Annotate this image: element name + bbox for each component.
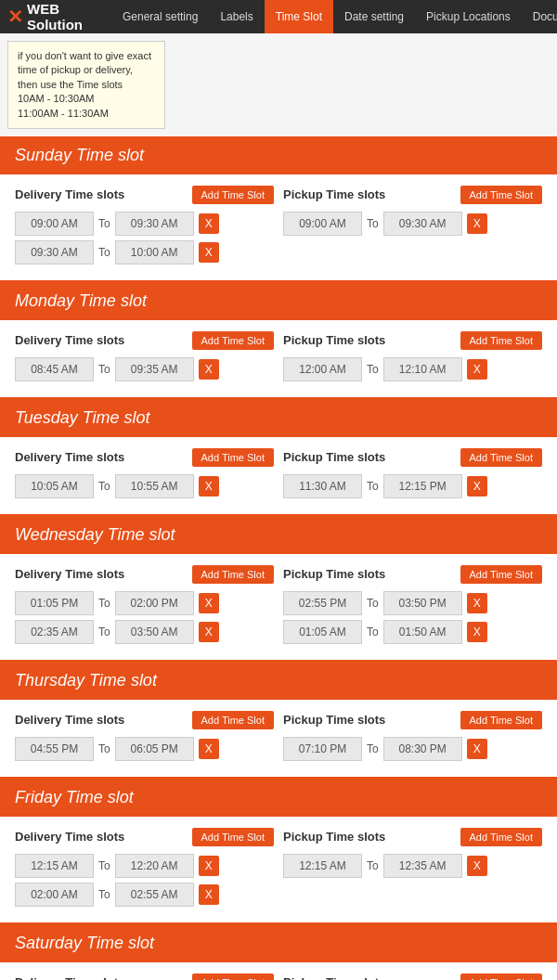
pickup-col: Pickup Time slotsAdd Time Slot02:55 PMTo… [283,565,542,649]
doc-link[interactable]: Documentation [522,10,557,23]
add-time-slot-button[interactable]: Add Time Slot [460,974,542,980]
to-time[interactable]: 09:30 AM [115,212,194,236]
remove-slot-button[interactable]: X [199,213,219,234]
to-time[interactable]: 12:10 AM [383,357,462,381]
from-time[interactable]: 01:05 AM [283,620,362,644]
remove-slot-button[interactable]: X [199,593,219,613]
remove-slot-button[interactable]: X [467,622,487,642]
to-time[interactable]: 09:30 AM [383,212,462,236]
day-body: Delivery Time slotsAdd Time Slot04:55 PM… [0,700,557,777]
remove-slot-button[interactable]: X [199,359,219,380]
from-time[interactable]: 07:10 PM [283,737,362,761]
to-time[interactable]: 09:35 AM [115,357,194,381]
remove-slot-button[interactable]: X [467,593,487,613]
time-row: 09:30 AMTo10:00 AMX [15,240,274,264]
to-time[interactable]: 02:00 PM [115,591,194,615]
to-label: To [367,480,379,493]
nav-tab[interactable]: Labels [209,0,264,33]
to-time[interactable]: 01:50 AM [383,620,462,644]
remove-slot-button[interactable]: X [199,856,219,876]
nav-tab[interactable]: General setting [111,0,209,33]
remove-slot-button[interactable]: X [467,213,487,234]
delivery-col-header: Delivery Time slotsAdd Time Slot [15,331,274,350]
nav-tab[interactable]: Time Slot [265,0,333,33]
day-header: Wednesday Time slot [0,516,557,554]
from-time[interactable]: 10:05 AM [15,474,94,498]
add-time-slot-button[interactable]: Add Time Slot [192,448,274,467]
from-time[interactable]: 04:55 PM [15,737,94,761]
to-time[interactable]: 02:55 AM [115,883,194,907]
slots-row: Delivery Time slotsAdd Time Slot10:05 AM… [15,448,542,503]
add-time-slot-button[interactable]: Add Time Slot [192,331,274,350]
logo-icon: ✕ [7,6,23,28]
slots-row: Delivery Time slotsAdd Time Slot04:55 PM… [15,711,542,766]
add-time-slot-button[interactable]: Add Time Slot [460,828,542,846]
nav-tab[interactable]: Date setting [333,0,415,33]
remove-slot-button[interactable]: X [467,739,487,759]
to-time[interactable]: 12:15 PM [383,474,462,498]
from-time[interactable]: 02:00 AM [15,883,94,907]
day-section: Thursday Time slotDelivery Time slotsAdd… [0,662,557,779]
from-time[interactable]: 02:55 PM [283,591,362,615]
from-time[interactable]: 11:30 AM [283,474,362,498]
remove-slot-button[interactable]: X [199,884,219,905]
time-row: 08:45 AMTo09:35 AMX [15,357,274,381]
delivery-col-header: Delivery Time slotsAdd Time Slot [15,711,274,729]
from-time[interactable]: 12:15 AM [15,854,94,878]
to-label: To [98,625,110,638]
delivery-col-header: Delivery Time slotsAdd Time Slot [15,828,274,846]
delivery-col: Delivery Time slotsAdd Time Slot [15,974,274,980]
from-time[interactable]: 01:05 PM [15,591,94,615]
from-time[interactable]: 09:00 AM [283,212,362,236]
from-time[interactable]: 08:45 AM [15,357,94,381]
to-time[interactable]: 10:00 AM [115,240,194,264]
add-time-slot-button[interactable]: Add Time Slot [192,974,274,980]
time-row: 02:55 PMTo03:50 PMX [283,591,542,615]
pickup-col-header: Pickup Time slotsAdd Time Slot [283,828,542,846]
add-time-slot-button[interactable]: Add Time Slot [192,711,274,729]
add-time-slot-button[interactable]: Add Time Slot [460,711,542,729]
to-time[interactable]: 03:50 AM [115,620,194,644]
to-time[interactable]: 06:05 PM [115,737,194,761]
remove-slot-button[interactable]: X [467,359,487,380]
from-time[interactable]: 12:15 AM [283,854,362,878]
time-row: 12:15 AMTo12:35 AMX [283,854,542,878]
pickup-col-header: Pickup Time slotsAdd Time Slot [283,974,542,980]
add-time-slot-button[interactable]: Add Time Slot [460,448,542,467]
delivery-col-header: Delivery Time slotsAdd Time Slot [15,186,274,204]
remove-slot-button[interactable]: X [467,856,487,876]
pickup-col: Pickup Time slotsAdd Time Slot11:30 AMTo… [283,448,542,503]
time-row: 09:00 AMTo09:30 AMX [15,212,274,236]
from-time[interactable]: 12:00 AM [283,357,362,381]
to-time[interactable]: 12:20 AM [115,854,194,878]
from-time[interactable]: 09:30 AM [15,240,94,264]
pickup-col: Pickup Time slotsAdd Time Slot12:00 AMTo… [283,331,542,386]
add-time-slot-button[interactable]: Add Time Slot [460,186,542,204]
add-time-slot-button[interactable]: Add Time Slot [192,828,274,846]
to-label: To [367,625,379,638]
to-time[interactable]: 10:55 AM [115,474,194,498]
remove-slot-button[interactable]: X [199,242,219,263]
from-time[interactable]: 09:00 AM [15,212,94,236]
day-body: Delivery Time slotsAdd Time Slot01:05 PM… [0,554,557,660]
delivery-col-header: Delivery Time slotsAdd Time Slot [15,565,274,584]
to-label: To [98,859,110,872]
remove-slot-button[interactable]: X [199,476,219,496]
remove-slot-button[interactable]: X [199,739,219,759]
to-time[interactable]: 03:50 PM [383,591,462,615]
day-section: Monday Time slotDelivery Time slotsAdd T… [0,282,557,399]
day-body: Delivery Time slotsAdd Time Slot08:45 AM… [0,320,557,397]
pickup-col: Pickup Time slotsAdd Time Slot12:15 AMTo… [283,828,542,911]
from-time[interactable]: 02:35 AM [15,620,94,644]
nav-tab[interactable]: Pickup Locations [415,0,522,33]
remove-slot-button[interactable]: X [467,476,487,496]
day-section: Tuesday Time slotDelivery Time slotsAdd … [0,399,557,516]
add-time-slot-button[interactable]: Add Time Slot [460,331,542,350]
remove-slot-button[interactable]: X [199,622,219,642]
pickup-label: Pickup Time slots [283,450,385,464]
add-time-slot-button[interactable]: Add Time Slot [192,186,274,204]
add-time-slot-button[interactable]: Add Time Slot [192,565,274,584]
to-time[interactable]: 12:35 AM [383,854,462,878]
to-time[interactable]: 08:30 PM [383,737,462,761]
add-time-slot-button[interactable]: Add Time Slot [460,565,542,584]
